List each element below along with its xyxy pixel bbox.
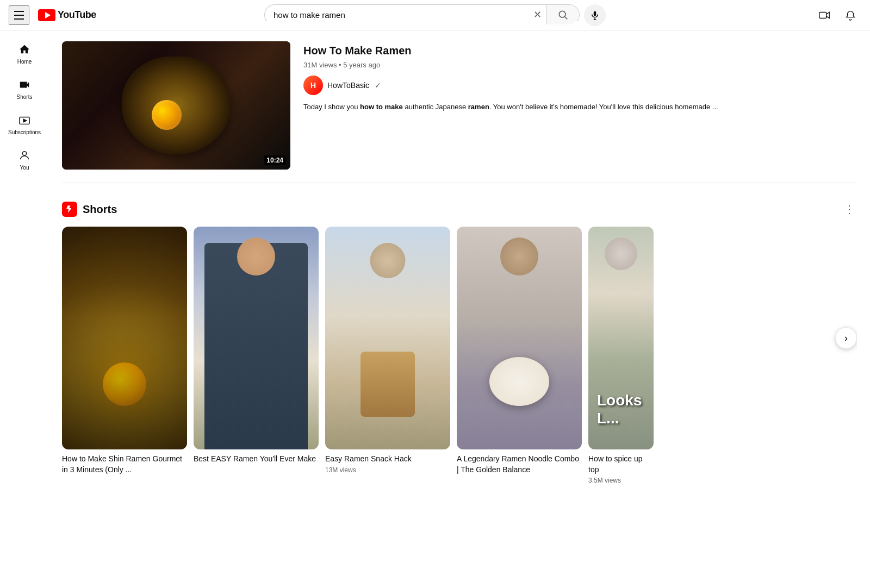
sidebar-item-you[interactable]: You bbox=[5, 143, 44, 176]
create-icon bbox=[818, 9, 830, 21]
shorts-grid: How to Make Shin Ramen Gourmet in 3 Minu… bbox=[62, 227, 857, 484]
channel-name: HowToBasic bbox=[327, 81, 369, 90]
subscriptions-icon bbox=[18, 114, 30, 126]
header-center: ✕ bbox=[117, 4, 753, 26]
main-content: 10:24 How To Make Ramen 31M views • 5 ye… bbox=[49, 30, 870, 508]
short-thumbnail-3 bbox=[325, 227, 450, 449]
header-left: YouTube bbox=[9, 5, 117, 25]
featured-thumbnail[interactable]: 10:24 bbox=[62, 41, 290, 170]
sidebar-item-home[interactable]: Home bbox=[5, 37, 44, 70]
svg-marker-7 bbox=[23, 119, 27, 122]
featured-video-title[interactable]: How To Make Ramen bbox=[303, 43, 857, 58]
svg-rect-2 bbox=[594, 11, 596, 16]
sidebar: Home Shorts Subscriptions You bbox=[0, 30, 49, 508]
search-clear-button[interactable]: ✕ bbox=[529, 9, 546, 21]
short-thumbnail-bg-4 bbox=[457, 227, 582, 449]
short-person-head bbox=[237, 237, 275, 276]
short-card-title-1: How to Make Shin Ramen Gourmet in 3 Minu… bbox=[62, 454, 187, 475]
svg-line-1 bbox=[565, 17, 568, 20]
featured-video-meta: 31M views • 5 years ago bbox=[303, 61, 857, 69]
short-card-title-5: How to spice up top bbox=[588, 454, 654, 475]
short-card-views-3: 13M views bbox=[325, 466, 450, 474]
short-thumbnail-5: Looks L... bbox=[588, 227, 654, 449]
short-thumbnail-4 bbox=[457, 227, 582, 449]
microphone-icon bbox=[590, 10, 600, 20]
shorts-section-icon bbox=[62, 202, 77, 217]
section-title-group: Shorts bbox=[62, 202, 117, 217]
short-thumbnail-bg-1 bbox=[62, 227, 187, 449]
ramen-bowl-graphic bbox=[122, 57, 231, 154]
youtube-logo-icon bbox=[38, 9, 55, 21]
short-thumbnail-bg-3 bbox=[325, 227, 450, 449]
short-5-text-overlay: Looks L... bbox=[597, 391, 645, 428]
featured-description: Today I show you how to make authentic J… bbox=[303, 102, 857, 112]
svg-point-8 bbox=[22, 152, 26, 155]
short-thumbnail-bg-2 bbox=[194, 227, 319, 449]
shorts-more-button[interactable]: ⋮ bbox=[842, 201, 857, 218]
sidebar-item-subscriptions[interactable]: Subscriptions bbox=[5, 108, 44, 141]
shorts-icon bbox=[18, 79, 30, 91]
short-thumbnail-bg-5: Looks L... bbox=[588, 227, 654, 449]
search-bar: ✕ bbox=[264, 4, 580, 26]
sidebar-shorts-label: Shorts bbox=[17, 94, 33, 100]
short-thumbnail-2 bbox=[194, 227, 319, 449]
svg-rect-5 bbox=[819, 12, 826, 18]
header: YouTube ✕ bbox=[0, 0, 870, 30]
featured-video-info: How To Make Ramen 31M views • 5 years ag… bbox=[303, 41, 857, 170]
channel-avatar: H bbox=[303, 76, 323, 95]
featured-channel[interactable]: H HowToBasic ✓ bbox=[303, 76, 857, 95]
svg-point-0 bbox=[559, 11, 566, 17]
short-card-5[interactable]: Looks L... How to spice up top 3.5M view… bbox=[588, 227, 654, 484]
shorts-section: Shorts ⋮ How to Make Shin Ramen Gourmet … bbox=[62, 201, 857, 484]
short-gradient-overlay bbox=[62, 316, 187, 449]
short-person-4-head bbox=[500, 237, 538, 276]
header-right bbox=[753, 4, 861, 26]
short-person-3-head bbox=[370, 243, 406, 278]
notifications-button[interactable] bbox=[840, 4, 861, 26]
short-card-4[interactable]: A Legendary Ramen Noodle Combo | The Gol… bbox=[457, 227, 582, 484]
ramen-egg-graphic bbox=[152, 100, 182, 130]
verified-icon: ✓ bbox=[375, 81, 381, 90]
search-submit-button[interactable] bbox=[546, 5, 579, 24]
sidebar-home-label: Home bbox=[17, 59, 32, 65]
short-bowl-4 bbox=[489, 357, 549, 406]
logo[interactable]: YouTube bbox=[38, 9, 96, 21]
voice-search-button[interactable] bbox=[584, 4, 606, 26]
featured-video: 10:24 How To Make Ramen 31M views • 5 ye… bbox=[62, 41, 857, 183]
create-button[interactable] bbox=[813, 4, 835, 26]
shorts-bolt-icon bbox=[65, 205, 74, 214]
short-card-title-3: Easy Ramen Snack Hack bbox=[325, 454, 450, 465]
search-input[interactable] bbox=[265, 6, 529, 24]
bell-icon bbox=[844, 9, 856, 21]
short-person-5-head bbox=[605, 237, 637, 270]
sidebar-item-shorts[interactable]: Shorts bbox=[5, 72, 44, 105]
short-card-3[interactable]: Easy Ramen Snack Hack 13M views bbox=[325, 227, 450, 484]
section-header: Shorts ⋮ bbox=[62, 201, 857, 218]
search-icon bbox=[557, 9, 568, 20]
sidebar-subscriptions-label: Subscriptions bbox=[8, 129, 41, 135]
ramen-bowl-visual bbox=[62, 41, 290, 170]
video-duration: 10:24 bbox=[264, 155, 286, 165]
short-card-title-4: A Legendary Ramen Noodle Combo | The Gol… bbox=[457, 454, 582, 475]
short-card-views-5: 3.5M views bbox=[588, 477, 654, 484]
short-card-title-2: Best EASY Ramen You'll Ever Make bbox=[194, 454, 319, 465]
home-icon bbox=[18, 43, 30, 55]
menu-button[interactable] bbox=[9, 5, 29, 25]
short-card-1[interactable]: How to Make Shin Ramen Gourmet in 3 Minu… bbox=[62, 227, 187, 484]
short-thumbnail-1 bbox=[62, 227, 187, 449]
logo-text: YouTube bbox=[58, 9, 96, 21]
short-card-2[interactable]: Best EASY Ramen You'll Ever Make bbox=[194, 227, 319, 484]
you-icon bbox=[18, 149, 30, 161]
shorts-section-title: Shorts bbox=[83, 203, 117, 216]
featured-thumbnail-image bbox=[62, 41, 290, 170]
short-ramen-package bbox=[361, 352, 415, 417]
shorts-scroll-next-button[interactable]: › bbox=[835, 327, 857, 349]
sidebar-you-label: You bbox=[20, 165, 29, 171]
